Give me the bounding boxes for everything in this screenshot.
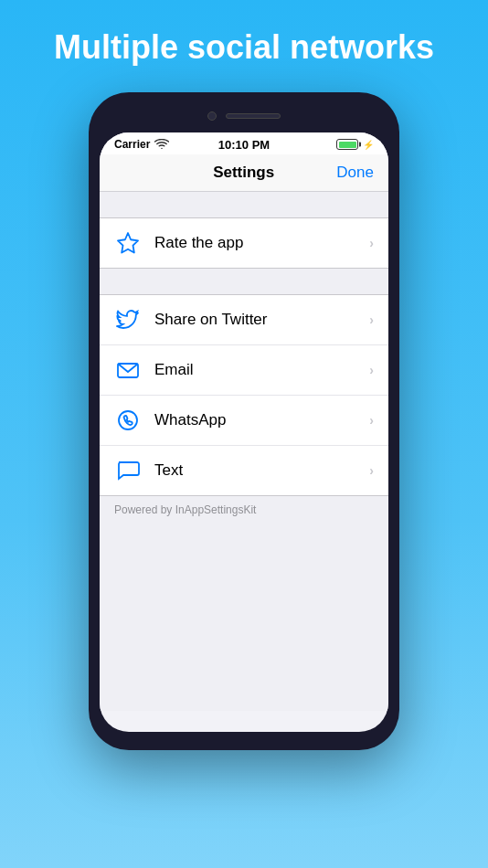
- svg-marker-0: [118, 233, 138, 253]
- status-left: Carrier: [114, 138, 169, 151]
- whatsapp-chevron: ›: [369, 413, 374, 428]
- wifi-icon: [154, 139, 169, 150]
- rate-app-chevron: ›: [369, 236, 374, 250]
- phone-top-bar: [100, 103, 388, 129]
- whatsapp-row[interactable]: WhatsApp ›: [100, 396, 388, 446]
- powered-by-footer: Powered by InAppSettingsKit: [100, 496, 388, 524]
- email-icon: [114, 356, 142, 384]
- text-chevron: ›: [369, 463, 374, 478]
- settings-group-share: Share on Twitter › Email ›: [100, 294, 388, 496]
- phone-frame: Carrier 10:10 PM ⚡ Settings Do: [89, 92, 399, 750]
- rate-app-row[interactable]: Rate the app ›: [100, 218, 388, 268]
- section-gap-2: [100, 269, 388, 294]
- battery-icon: [336, 139, 358, 150]
- text-label: Text: [154, 461, 369, 480]
- charging-icon: ⚡: [363, 140, 374, 150]
- twitter-label: Share on Twitter: [154, 311, 369, 329]
- page-title: Multiple social networks: [17, 0, 471, 92]
- speaker: [226, 113, 281, 119]
- settings-content: Rate the app › Share on Twitter ›: [100, 192, 388, 711]
- nav-bar: Settings Done: [100, 154, 388, 192]
- rate-app-label: Rate the app: [154, 234, 369, 252]
- section-gap-1: [100, 192, 388, 217]
- status-bar: Carrier 10:10 PM ⚡: [100, 132, 388, 154]
- email-row[interactable]: Email ›: [100, 345, 388, 396]
- twitter-row[interactable]: Share on Twitter ›: [100, 295, 388, 345]
- phone-screen: Carrier 10:10 PM ⚡ Settings Do: [100, 132, 388, 732]
- battery-fill: [339, 142, 356, 148]
- header: Multiple social networks: [17, 0, 471, 92]
- status-right: ⚡: [336, 139, 374, 150]
- email-label: Email: [154, 361, 369, 379]
- carrier-label: Carrier: [114, 138, 150, 151]
- twitter-icon: [114, 306, 142, 333]
- status-time: 10:10 PM: [218, 138, 270, 152]
- settings-group-rate: Rate the app ›: [100, 217, 388, 269]
- text-row[interactable]: Text ›: [100, 446, 388, 495]
- email-chevron: ›: [369, 363, 374, 377]
- nav-title: Settings: [213, 164, 274, 182]
- done-button[interactable]: Done: [336, 164, 374, 182]
- whatsapp-icon: [114, 407, 142, 434]
- twitter-chevron: ›: [369, 312, 374, 327]
- star-icon: [114, 229, 142, 257]
- whatsapp-label: WhatsApp: [154, 411, 369, 429]
- text-icon: [114, 457, 142, 484]
- camera: [207, 111, 217, 121]
